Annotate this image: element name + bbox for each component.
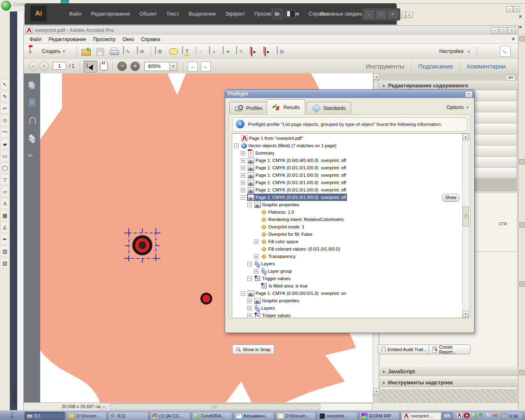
panel-section-addons[interactable]: ▸ Инструменты надстроек [379,378,518,387]
acrobat-titlebar[interactable]: overprint.pdf - Adobe Acrobat Pro – □ × [24,26,518,35]
minimize-icon[interactable]: – [491,27,498,34]
attachments-icon[interactable] [30,117,36,124]
expand-icon[interactable]: + [241,166,245,170]
collapse-icon[interactable]: − [247,276,252,281]
tree-row[interactable]: Flatness: 1.0 [232,208,463,216]
tree-row[interactable]: +Transparency [232,253,463,260]
expand-icon[interactable]: + [241,158,245,163]
expand-icon[interactable]: + [254,269,258,274]
tree-row[interactable]: +Page 1: CMYK (0.0/1.0/1.0/0.0) overprin… [232,164,463,171]
collapse-icon[interactable]: − [234,144,239,148]
delete-page-icon[interactable]: × [196,47,205,57]
panel-section-edit-content[interactable]: ▸ Редактирование содержимого [379,81,518,90]
docker-icon[interactable] [519,281,525,287]
close-icon[interactable]: × [388,11,397,18]
taskbar-button[interactable]: overprint.... [317,412,358,420]
tree-row[interactable]: Fill colorant values: (0.0/1.0/1.0/0.0) [232,245,463,253]
fit-width-icon[interactable]: ↔ [188,62,198,71]
sign-icon[interactable]: ✎ [123,47,133,57]
tab-profiles[interactable]: Profiles [229,102,268,114]
scroll-up-icon[interactable]: ▲ [463,134,469,140]
docker-icon[interactable] [519,36,525,41]
fill-tool-icon[interactable]: ▨ [0,246,9,256]
sync-tray-icon[interactable] [486,413,492,418]
bridge-button[interactable]: Br [272,9,283,19]
text-tool-icon[interactable]: A [0,198,9,209]
docker-icon[interactable] [519,159,525,164]
rectangle-tool-icon[interactable]: ▭ [0,151,9,161]
highlight-icon[interactable]: T [182,47,192,57]
tree-row[interactable]: −Trigger values [232,275,463,282]
panel-menu-icon[interactable]: ▤▾ [506,75,516,81]
tree-row[interactable]: Overprint for fill: False [232,231,463,238]
expand-icon[interactable]: + [247,313,252,318]
expand-icon[interactable]: + [241,188,245,192]
zoom-level-combobox[interactable]: 600% ▾ [144,62,177,71]
device-tray-icon[interactable] [501,413,507,418]
scrollbar-thumb[interactable] [463,207,469,226]
show-button[interactable]: Show [442,194,460,202]
windows-start-icon[interactable] [11,412,17,419]
taskbar-button[interactable]: D:\Docum... [66,412,107,420]
taskbar-button[interactable]: (1) [AI CC... [150,412,190,420]
globe-tray-icon[interactable] [471,413,477,418]
smart-fill-tool-icon[interactable]: ▰ [0,139,9,149]
table-tool-icon[interactable]: ▦ [0,210,9,221]
tree-row[interactable]: −Vector objects (filled) (7 matches on 1… [232,142,463,149]
create-report-button[interactable]: Create Report... [429,345,470,354]
tree-row[interactable]: +Trigger values [232,312,463,318]
search-doc-icon[interactable]: ⌕ [209,47,219,57]
email-icon[interactable]: ✉ [137,47,147,57]
tree-row[interactable]: +Layer group [232,267,463,275]
minimize-icon[interactable]: – [506,6,513,12]
tab-Комментарии[interactable]: Комментарии [461,63,512,70]
fullscreen-mode-button[interactable]: ↔ [500,46,511,57]
export-icon[interactable]: ➜ [223,47,233,57]
tree-row[interactable]: −Page 1: CMYK (0.0/0.0/0.0/1.0) overprin… [232,290,463,297]
tab-Инструменты[interactable]: Инструменты [359,63,411,70]
tree-row[interactable]: Rendering intent: RelativeColorimetric [232,216,463,223]
bookmarks-icon[interactable] [28,99,36,107]
flower-tray-icon[interactable] [479,413,484,418]
taskbar-button[interactable]: D:\Docum... [276,412,316,420]
selection-tool-button[interactable]: I [84,61,97,73]
replace-page-icon[interactable]: ▸ [263,47,273,57]
expand-icon[interactable]: + [254,254,258,259]
menu-item[interactable]: Файл [30,37,42,42]
ai-menu-item[interactable]: Текст [167,11,179,17]
tree-vertical-scrollbar[interactable]: ▲ ▼ [462,134,469,317]
expand-icon[interactable]: + [247,299,252,303]
tab-Подписание[interactable]: Подписание [412,63,460,70]
taskbar-button[interactable]: CorelDRA... [192,412,232,420]
scrollbar-thumb[interactable] [110,404,320,410]
volume-tray-icon[interactable] [493,413,499,418]
collapse-icon[interactable]: − [241,291,245,296]
expand-icon[interactable]: + [241,151,245,155]
ai-menu-item[interactable]: Выделение [189,11,216,17]
collapse-icon[interactable]: − [247,203,252,207]
create-pdf-button[interactable]: ✱ Создать ▾ [27,46,67,57]
options-menu[interactable]: Options ▾ [447,105,468,110]
tree-row[interactable]: +Page 1: CMYK (0.0/1.0/1.0/0.0) overprin… [232,171,463,179]
menu-item[interactable]: Справка [141,37,160,42]
interactive-fill-tool-icon[interactable]: ▧ [0,258,9,268]
chevron-down-icon[interactable]: ▾ [296,11,298,16]
close-icon[interactable]: × [508,27,516,34]
tree-row[interactable]: +Layers [232,304,463,312]
page-number-input[interactable] [53,62,66,70]
chevron-down-icon[interactable]: ▾ [169,62,177,71]
tree-row[interactable]: −Graphic properties [232,201,463,208]
pick-tool-icon[interactable]: ↖ [0,79,9,90]
next-page-button[interactable]: ▼ [39,62,49,71]
language-indicator[interactable]: EN [442,412,452,420]
taskbar-button[interactable]: C:\ [25,412,65,420]
taskbar-button[interactable]: overprint.... [401,412,441,420]
embed-audit-trail-button[interactable]: Embed Audit Trail... [378,345,430,354]
restore-icon[interactable]: □ [499,27,507,34]
tree-row[interactable]: Overprint mode: 1 [232,223,463,231]
chevron-down-icon[interactable]: ▾ [468,50,470,54]
illustrator-logo-icon[interactable]: Ai [31,6,46,21]
dimension-tool-icon[interactable]: ∠ [0,222,9,233]
combine-icon[interactable]: ⧉ [277,47,287,57]
tree-row[interactable]: +Graphic properties [232,297,463,304]
